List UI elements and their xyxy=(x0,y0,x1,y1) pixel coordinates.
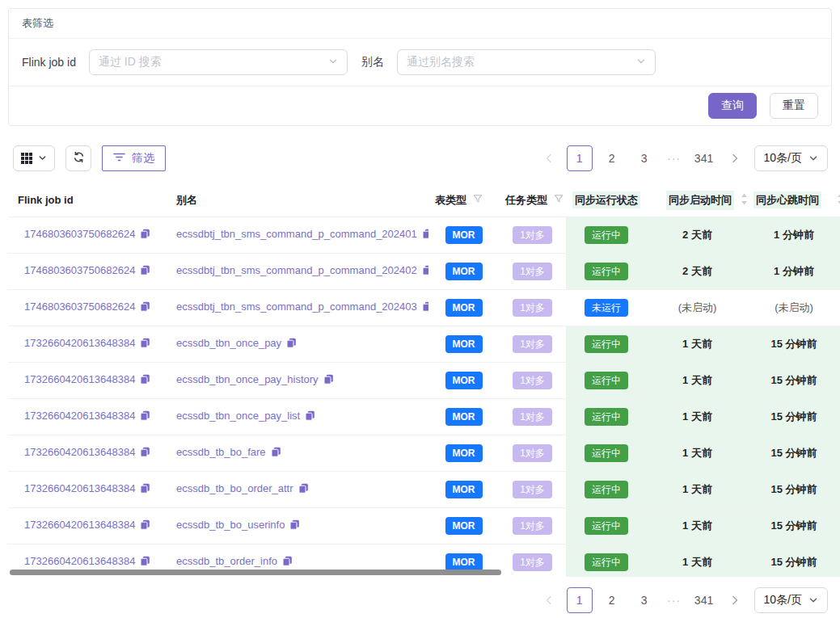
table-filter-panel: 表筛选 Flink job id 通过 ID 搜索 别名 通过别名搜索 查询 重… xyxy=(8,8,832,126)
task-type-tag: 1对多 xyxy=(513,444,552,462)
heartbeat-time-cell: 15 分钟前 xyxy=(748,398,840,435)
column-settings-button[interactable] xyxy=(13,145,55,171)
prev-page-button[interactable] xyxy=(538,587,560,613)
page-ellipsis[interactable]: ··· xyxy=(664,594,685,607)
page-button-3[interactable]: 3 xyxy=(631,587,657,613)
copy-icon[interactable] xyxy=(140,520,150,532)
prev-page-button[interactable] xyxy=(538,145,560,171)
table-row: 1746803603750682624 ecssdbtj_tbn_sms_com… xyxy=(8,289,840,326)
page-button-2[interactable]: 2 xyxy=(599,145,625,171)
col-header-heartbeat-time[interactable]: 同步心跳时间 xyxy=(748,184,840,217)
chevron-down-icon xyxy=(38,151,47,166)
alias-link[interactable]: ecssdb_tbn_once_pay_list xyxy=(176,410,300,422)
start-time-cell: 1 天前 xyxy=(647,471,748,507)
job-id-link[interactable]: 1732660420613648384 xyxy=(24,482,135,494)
alias-link[interactable]: ecssdbtj_tbn_sms_command_p_command_20240… xyxy=(176,301,417,313)
flink-job-id-label: Flink job id xyxy=(22,56,76,69)
job-id-link[interactable]: 1732660420613648384 xyxy=(24,373,135,385)
copy-icon[interactable] xyxy=(271,448,281,460)
copy-icon[interactable] xyxy=(140,484,150,496)
copy-icon[interactable] xyxy=(140,266,150,278)
job-id-cell: 1732660420613648384 xyxy=(8,471,158,507)
sorter-icon[interactable] xyxy=(741,193,748,208)
copy-icon[interactable] xyxy=(422,229,428,242)
copy-icon[interactable] xyxy=(140,375,150,387)
next-page-button[interactable] xyxy=(724,587,746,613)
table-type-tag: MOR xyxy=(445,226,483,244)
alias-link[interactable]: ecssdbtj_tbn_sms_command_p_command_20240… xyxy=(176,228,417,240)
alias-link[interactable]: ecssdbtj_tbn_sms_command_p_command_20240… xyxy=(176,264,417,276)
copy-icon[interactable] xyxy=(422,266,428,278)
table-row: 1746803603750682624 ecssdbtj_tbn_sms_com… xyxy=(8,217,840,253)
heartbeat-time-cell: 1 分钟前 xyxy=(748,253,840,289)
alias-cell: ecssdb_tbn_once_pay xyxy=(158,326,428,362)
horizontal-scrollbar-thumb[interactable] xyxy=(10,570,501,575)
filter-toggle-button[interactable]: 筛选 xyxy=(102,145,166,171)
alias-link[interactable]: ecssdb_tb_bo_userinfo xyxy=(176,519,285,531)
job-id-link[interactable]: 1732660420613648384 xyxy=(24,555,135,567)
copy-icon[interactable] xyxy=(289,520,300,532)
status-badge: 运行中 xyxy=(585,408,628,426)
job-id-link[interactable]: 1732660420613648384 xyxy=(24,519,135,531)
sync-table: Flink job id 别名 表类型 任务类型 xyxy=(8,184,840,577)
job-id-cell: 1732660420613648384 xyxy=(8,326,158,362)
page-button-2[interactable]: 2 xyxy=(599,587,625,613)
refresh-button[interactable] xyxy=(65,145,91,171)
alias-link[interactable]: ecssdb_tb_order_info xyxy=(176,555,277,567)
copy-icon[interactable] xyxy=(282,557,293,569)
filter-form: Flink job id 通过 ID 搜索 别名 通过别名搜索 xyxy=(9,38,831,86)
copy-icon[interactable] xyxy=(323,375,334,387)
start-time-cell: 1 天前 xyxy=(647,435,748,471)
sorter-icon[interactable] xyxy=(837,193,840,208)
alias-select[interactable]: 通过别名搜索 xyxy=(397,49,656,75)
alias-link[interactable]: ecssdb_tb_bo_order_attr xyxy=(176,482,293,494)
job-id-link[interactable]: 1746803603750682624 xyxy=(24,264,135,276)
copy-icon[interactable] xyxy=(140,448,150,460)
reset-button[interactable]: 重置 xyxy=(770,93,818,119)
copy-icon[interactable] xyxy=(286,338,297,351)
job-id-link[interactable]: 1746803603750682624 xyxy=(24,301,135,313)
copy-icon[interactable] xyxy=(305,411,315,423)
job-id-link[interactable]: 1746803603750682624 xyxy=(24,228,135,240)
heartbeat-time-cell: (未启动) xyxy=(748,289,840,326)
job-id-link[interactable]: 1732660420613648384 xyxy=(24,446,135,458)
table-type-tag: MOR xyxy=(445,263,483,280)
alias-link[interactable]: ecssdb_tbn_once_pay_history xyxy=(176,373,319,385)
table-row: 1732660420613648384 ecssdb_tbn_once_pay_… xyxy=(8,362,840,398)
copy-icon[interactable] xyxy=(298,484,309,496)
copy-icon[interactable] xyxy=(140,229,150,242)
job-id-link[interactable]: 1732660420613648384 xyxy=(24,410,135,422)
page-ellipsis[interactable]: ··· xyxy=(664,152,685,165)
heartbeat-time-cell: 15 分钟前 xyxy=(748,544,840,577)
start-time-cell: 2 天前 xyxy=(647,253,748,289)
copy-icon[interactable] xyxy=(140,411,150,423)
alias-link[interactable]: ecssdb_tb_bo_fare xyxy=(176,446,266,458)
next-page-button[interactable] xyxy=(724,145,746,171)
copy-icon[interactable] xyxy=(140,338,150,351)
job-id-cell: 1732660420613648384 xyxy=(8,507,158,544)
task-type-tag: 1对多 xyxy=(513,299,552,317)
status-badge: 运行中 xyxy=(585,263,628,280)
col-header-start-time[interactable]: 同步启动时间 xyxy=(647,184,748,217)
copy-icon[interactable] xyxy=(422,302,428,314)
flink-job-id-select[interactable]: 通过 ID 搜索 xyxy=(89,49,348,75)
copy-icon[interactable] xyxy=(140,557,150,569)
job-id-link[interactable]: 1732660420613648384 xyxy=(24,337,135,349)
start-time-cell: 1 天前 xyxy=(647,362,748,398)
filter-funnel-icon[interactable] xyxy=(554,194,564,206)
alias-link[interactable]: ecssdb_tbn_once_pay xyxy=(176,337,281,349)
page-size-select[interactable]: 10条/页 xyxy=(754,145,828,171)
page-button-last[interactable]: 341 xyxy=(691,587,717,613)
alias-cell: ecssdbtj_tbn_sms_command_p_command_20240… xyxy=(158,289,428,326)
page-button-1[interactable]: 1 xyxy=(567,587,593,613)
filter-funnel-icon[interactable] xyxy=(473,194,483,206)
page-button-3[interactable]: 3 xyxy=(631,145,657,171)
query-button[interactable]: 查询 xyxy=(708,93,757,119)
copy-icon[interactable] xyxy=(140,302,150,314)
task-type-cell: 1对多 xyxy=(499,289,566,326)
page-size-select[interactable]: 10条/页 xyxy=(754,587,828,613)
page-button-last[interactable]: 341 xyxy=(691,145,717,171)
table-type-tag: MOR xyxy=(445,481,483,498)
page-button-1[interactable]: 1 xyxy=(567,145,593,171)
status-cell: 运行中 xyxy=(566,362,647,398)
